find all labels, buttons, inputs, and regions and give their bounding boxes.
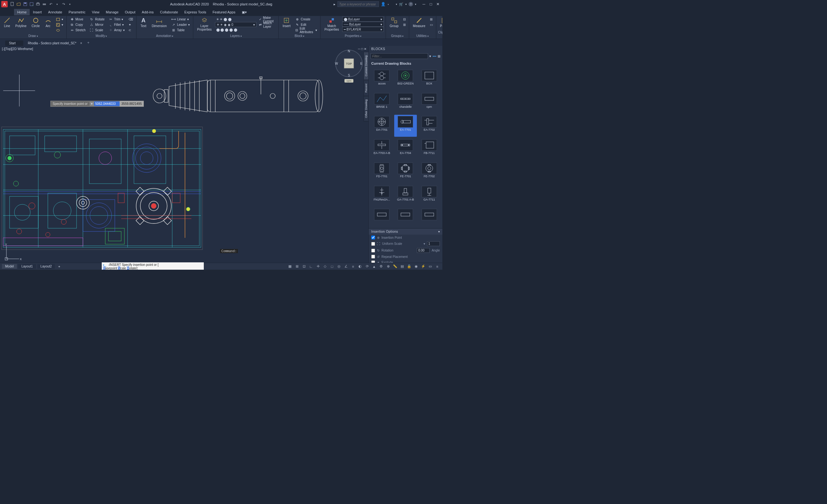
filter-dropdown-icon[interactable]: ▾ bbox=[429, 54, 431, 58]
command-line[interactable]: ▸_ -INSERT Specify insertion point or [ … bbox=[102, 262, 204, 270]
qat-redo-icon[interactable]: ↷ bbox=[61, 1, 66, 7]
layout2-tab[interactable]: Layout2 bbox=[37, 264, 55, 269]
collapse-icon[interactable]: ▾ bbox=[438, 230, 440, 233]
doc-tab-start[interactable]: Start bbox=[5, 41, 23, 46]
tab-view[interactable]: View bbox=[89, 9, 103, 15]
block-item[interactable]: FD-7701 bbox=[371, 161, 393, 183]
add-layout-button[interactable]: + bbox=[56, 265, 62, 268]
arc-button[interactable]: Arc bbox=[43, 16, 53, 29]
blocks-more-icon[interactable]: ••• bbox=[433, 54, 436, 58]
annomonitor-icon[interactable]: ⊕ bbox=[385, 264, 391, 269]
block-item[interactable]: cpm bbox=[418, 92, 440, 114]
block-item[interactable]: BOX bbox=[418, 68, 440, 91]
scale-input[interactable] bbox=[427, 241, 440, 246]
layer-tools-icon[interactable]: ⬤ ⬤ ⬤ ⬤ ⬤ bbox=[215, 27, 256, 33]
units-icon[interactable]: 📏 bbox=[392, 264, 398, 269]
panel-title-annotation[interactable]: Annotation bbox=[138, 34, 191, 38]
close-tab-icon[interactable]: × bbox=[80, 42, 82, 45]
rotation-checkbox[interactable] bbox=[371, 249, 375, 252]
block-item[interactable]: EA-7702 bbox=[418, 115, 440, 137]
block-item[interactable]: EA-7701 bbox=[394, 115, 417, 137]
blocks-filter-input[interactable] bbox=[371, 53, 428, 59]
color-dropdown[interactable]: ⬤ ByLayer▾ bbox=[342, 16, 384, 22]
osnap-icon[interactable]: □ bbox=[329, 264, 335, 269]
stretch-button[interactable]: ⇔Stretch bbox=[68, 28, 87, 33]
panel-title-utilities[interactable]: Utilities bbox=[411, 34, 434, 38]
search-input[interactable] bbox=[337, 1, 379, 7]
vtab-current-drawing[interactable]: Current Drawing bbox=[363, 52, 369, 80]
block-item[interactable]: GA-7711 bbox=[418, 185, 440, 207]
select-icon[interactable]: ▭ bbox=[429, 22, 434, 28]
block-item[interactable]: BRISE 1 bbox=[371, 92, 393, 114]
search-icon[interactable]: ▸ bbox=[334, 2, 336, 6]
lineweight-dropdown[interactable]: ━ BYLAYER▾ bbox=[342, 27, 384, 32]
tab-parametric[interactable]: Parametric bbox=[65, 9, 89, 15]
layer-state-icon[interactable]: ☀ ☀ ⬤ ⬤ bbox=[215, 16, 256, 22]
customize-icon[interactable]: ≡ bbox=[434, 264, 440, 269]
calc-icon[interactable]: ⊞ bbox=[429, 16, 434, 22]
layout1-tab[interactable]: Layout1 bbox=[18, 264, 36, 269]
block-item[interactable]: FE-7701 bbox=[394, 161, 417, 183]
block-item[interactable] bbox=[371, 207, 393, 226]
transparency-icon[interactable]: ◐ bbox=[357, 264, 363, 269]
block-item[interactable] bbox=[418, 207, 440, 226]
group-edit-icon[interactable]: ⊞ bbox=[402, 22, 407, 28]
block-item[interactable]: FB-7711 bbox=[418, 138, 440, 160]
block-item[interactable] bbox=[394, 207, 417, 226]
lweight-icon[interactable]: ≡ bbox=[350, 264, 356, 269]
viewport-label[interactable]: [-][Top][2D Wireframe] bbox=[2, 47, 33, 51]
quickprops-icon[interactable]: ▤ bbox=[399, 264, 405, 269]
panel-title-clipboard[interactable]: Clipboard bbox=[438, 30, 443, 38]
3dosnap-icon[interactable]: ◎ bbox=[336, 264, 342, 269]
snap-icon[interactable]: ⊡ bbox=[301, 264, 307, 269]
qat-new-icon[interactable] bbox=[10, 1, 15, 7]
help-dropdown[interactable]: ▾ bbox=[415, 3, 416, 6]
match-layer-button[interactable]: ⇄Match Layer bbox=[258, 22, 277, 28]
paste-button[interactable]: Paste bbox=[438, 16, 443, 29]
block-item[interactable]: DA-7701 bbox=[371, 115, 393, 137]
block-item[interactable]: GA-7701 A-B bbox=[394, 185, 417, 207]
app-logo[interactable]: A bbox=[1, 1, 8, 7]
prompt-options-icon[interactable]: ▾ bbox=[90, 102, 94, 106]
dynamic-input-x[interactable] bbox=[94, 101, 119, 106]
leader-button[interactable]: ↗Leader ▾ bbox=[170, 22, 191, 28]
linear-button[interactable]: ⟷Linear ▾ bbox=[170, 16, 191, 22]
otrack-icon[interactable]: ∠ bbox=[343, 264, 349, 269]
block-item[interactable]: EA-7704 bbox=[394, 138, 417, 160]
insertion-point-checkbox[interactable] bbox=[371, 236, 375, 239]
dimension-button[interactable]: Dimension bbox=[150, 16, 169, 29]
tab-output[interactable]: Output bbox=[122, 9, 139, 15]
ucs-icon[interactable]: X Y bbox=[3, 243, 22, 262]
cart-icon[interactable]: 🛒 bbox=[399, 2, 403, 6]
block-item[interactable]: acces bbox=[371, 68, 393, 91]
scale-button[interactable]: ⛶Scale bbox=[88, 28, 106, 33]
ortho-icon[interactable]: ∟ bbox=[308, 264, 314, 269]
ellipse-icon[interactable] bbox=[54, 28, 64, 33]
rectangle-icon[interactable]: ▾ bbox=[54, 16, 64, 22]
array-button[interactable]: ⁘Array ▾ bbox=[107, 28, 126, 33]
copy-button[interactable]: ⧉Copy bbox=[68, 22, 87, 28]
minimize-button[interactable]: ─ bbox=[421, 1, 427, 7]
create-block-button[interactable]: ⊕Create bbox=[294, 16, 318, 22]
viewcube[interactable]: TOP N S W E cpm bbox=[335, 49, 363, 78]
dynamic-input-y[interactable]: 3559.8821495 bbox=[119, 101, 144, 106]
hardware-icon[interactable]: ⚡ bbox=[420, 264, 426, 269]
trim-button[interactable]: ✂Trim ▾ bbox=[107, 16, 126, 22]
block-item[interactable]: FE-7702 bbox=[418, 161, 440, 183]
tab-expresstools[interactable]: Express Tools bbox=[181, 9, 209, 15]
block-item[interactable]: FN1Rev2A... bbox=[371, 185, 393, 207]
tab-addins[interactable]: Add-ins bbox=[139, 9, 157, 15]
qat-saveas-icon[interactable] bbox=[29, 1, 35, 7]
vtab-other-drawing[interactable]: Other Drawing bbox=[363, 96, 369, 121]
cycling-icon[interactable]: ⟳ bbox=[364, 264, 370, 269]
line-button[interactable]: Line bbox=[2, 16, 12, 29]
app-menu-icon[interactable]: ▾ bbox=[405, 3, 407, 6]
tab-insert[interactable]: Insert bbox=[30, 9, 45, 15]
modelspace-icon[interactable]: ▦ bbox=[287, 264, 293, 269]
panel-title-groups[interactable]: Groups bbox=[388, 34, 407, 38]
infocenter-icon[interactable]: 👤 bbox=[381, 2, 386, 6]
help-icon[interactable]: ? bbox=[408, 2, 413, 6]
mirror-button[interactable]: ⧊Mirror bbox=[88, 22, 106, 28]
exchange-dropdown[interactable]: ▾ bbox=[396, 3, 397, 6]
signin-icon[interactable]: ▪ bbox=[388, 3, 389, 6]
